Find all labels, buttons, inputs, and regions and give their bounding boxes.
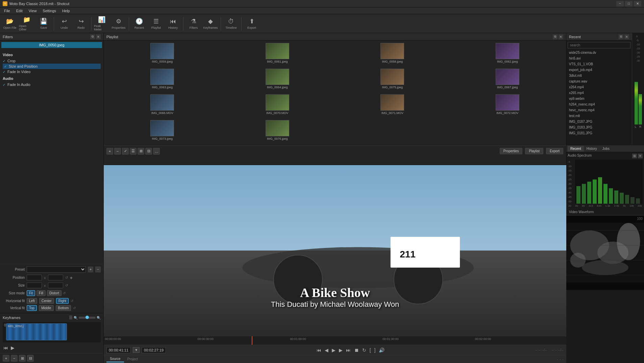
pl-more-btn[interactable]: … xyxy=(153,148,160,155)
save-button[interactable]: 💾 Save xyxy=(36,16,51,32)
preview-skip-start-btn[interactable]: ⏮ xyxy=(316,347,322,354)
pl-list-btn[interactable]: ☰ xyxy=(130,148,137,155)
kf-clip[interactable]: IMG_0050.j xyxy=(6,323,67,340)
pl-detail-btn[interactable]: ⊟ xyxy=(145,148,152,155)
size-mode-fit[interactable]: Fit xyxy=(27,290,35,296)
playlist-item[interactable]: IMG_0066.MOV xyxy=(105,93,220,118)
pl-playlist-btn[interactable]: Playlist xyxy=(525,148,543,154)
right-close-btn[interactable]: ✕ xyxy=(624,35,629,39)
menu-settings[interactable]: Settings xyxy=(40,8,59,14)
recent-item[interactable]: x264.mp4 xyxy=(568,84,630,90)
size-w-input[interactable]: 2013 xyxy=(27,282,42,288)
hfit-reset[interactable]: ↺ xyxy=(71,299,73,303)
playlist-item[interactable]: IMG_0070.MOV xyxy=(220,93,335,118)
recent-item[interactable]: IMG_0181.JPG xyxy=(568,130,630,136)
spectrum-float-btn[interactable]: ⧉ xyxy=(632,154,637,158)
playlist-item[interactable]: IMG_0058.jpeg xyxy=(335,42,450,67)
kf-menu-btn[interactable]: ☰ xyxy=(69,315,73,320)
recent-item[interactable]: wide25-cinema.dv xyxy=(568,50,630,55)
menu-file[interactable]: File xyxy=(1,8,13,14)
playlist-item[interactable]: IMG_0064.jpeg xyxy=(220,68,335,93)
recent-button[interactable]: 🕐 Recent xyxy=(131,16,147,32)
recent-item[interactable]: hevc_nvenc.mp4 xyxy=(568,107,630,113)
right-float-btn[interactable]: ⧉ xyxy=(619,35,623,39)
vfit-bottom[interactable]: Bottom xyxy=(56,305,71,311)
open-other-button[interactable]: 📁 Open Other xyxy=(19,16,34,32)
source-tab[interactable]: Source xyxy=(106,356,124,362)
hfit-right[interactable]: Right xyxy=(56,298,69,304)
playlist-item[interactable]: IMG_0075.jpeg xyxy=(335,68,450,93)
filter-copy-btn[interactable]: ⊞ xyxy=(19,355,26,362)
preset-remove-btn[interactable]: − xyxy=(95,267,101,272)
filter-fade-in-video[interactable]: ✓ Fade In Video xyxy=(3,69,101,74)
keyframes-button[interactable]: ◆ Keyframes xyxy=(203,16,218,32)
recent-item[interactable]: IMG_0187.JPG xyxy=(568,119,630,124)
jobs-tab[interactable]: Jobs xyxy=(600,146,612,152)
properties-button[interactable]: ⚙ Properties xyxy=(111,16,126,32)
preview-volume-btn[interactable]: 🔊 xyxy=(378,347,385,354)
recent-item[interactable]: capture.wav xyxy=(568,78,630,84)
pl-export-btn[interactable]: Export xyxy=(546,148,563,154)
pl-remove-btn[interactable]: − xyxy=(114,148,121,155)
spectrum-close-btn[interactable]: ✕ xyxy=(638,154,643,158)
peak-meter-button[interactable]: 📊 Peak Meter xyxy=(94,16,109,32)
recent-item[interactable]: VTS_01_1.VOB xyxy=(568,61,630,67)
preview-prev-frame-btn[interactable]: ◀ xyxy=(324,347,329,354)
preview-time-input[interactable]: ▼ xyxy=(133,347,140,353)
filter-crop[interactable]: ✓ Crop xyxy=(3,58,101,64)
playlist-item[interactable]: IMG_0071.MOV xyxy=(335,93,450,118)
playlist-item[interactable]: IMG_0062.jpeg xyxy=(450,42,565,67)
preview-next-frame-btn[interactable]: ▶ xyxy=(338,347,343,354)
kf-zoom-handle[interactable] xyxy=(85,316,89,319)
maximize-button[interactable]: □ xyxy=(625,1,633,6)
size-reset-btn[interactable]: ↺ xyxy=(65,283,68,287)
recent-item[interactable]: export_job.mp4 xyxy=(568,67,630,73)
pl-add-btn[interactable]: + xyxy=(106,148,113,155)
undo-button[interactable]: ↩ Undo xyxy=(56,16,72,32)
history-button[interactable]: ⏮ History xyxy=(165,16,181,32)
preview-in-btn[interactable]: [ xyxy=(369,347,372,354)
size-mode-reset[interactable]: ↺ xyxy=(63,290,66,296)
size-mode-distort[interactable]: Distort xyxy=(47,290,61,296)
filter-add-btn[interactable]: + xyxy=(3,355,9,362)
project-tab[interactable]: Project xyxy=(124,356,141,362)
menu-view[interactable]: View xyxy=(26,8,40,14)
playlist-item[interactable]: IMG_0073.jpeg xyxy=(105,119,220,144)
vfit-top[interactable]: Top xyxy=(27,305,37,311)
position-x-input[interactable]: -47 xyxy=(27,275,42,280)
kf-zoom-out-btn[interactable]: 🔍 xyxy=(74,315,78,320)
position-keyframe-btn[interactable]: ◆ xyxy=(70,276,73,279)
filter-size-position[interactable]: ✓ Size and Position xyxy=(3,64,101,69)
close-button[interactable]: ✕ xyxy=(634,1,641,6)
hfit-left[interactable]: Left xyxy=(27,298,37,304)
filters-panel-close-btn[interactable]: ✕ xyxy=(96,35,101,39)
redo-button[interactable]: ↪ Redo xyxy=(73,16,89,32)
playlist-button[interactable]: ☰ Playlist xyxy=(148,16,164,32)
menu-help[interactable]: Help xyxy=(59,8,73,14)
pl-check-btn[interactable]: ✓ xyxy=(122,148,129,155)
vfit-reset[interactable]: ↺ xyxy=(73,306,76,310)
open-file-button[interactable]: 📂 Open File xyxy=(2,16,18,32)
recent-item[interactable]: h264_nvenc.mp4 xyxy=(568,101,630,107)
recent-tab[interactable]: Recent xyxy=(568,146,584,152)
export-button[interactable]: ⬆ Export xyxy=(244,16,259,32)
preview-play-btn[interactable]: ▶ xyxy=(331,347,336,354)
size-mode-fill[interactable]: Fill xyxy=(36,290,46,296)
recent-item[interactable]: hin5.avi xyxy=(568,55,630,61)
size-h-input[interactable]: 1132 xyxy=(48,282,63,288)
playlist-item[interactable]: IMG_0059.jpeg xyxy=(105,42,220,67)
recent-item[interactable]: 3dlut.mlt xyxy=(568,73,630,78)
pl-properties-btn[interactable]: Properties xyxy=(500,148,523,154)
playlist-item[interactable]: IMG_0076.jpeg xyxy=(220,119,335,144)
minimize-button[interactable]: − xyxy=(616,1,624,6)
preview-stop-btn[interactable]: ⏹ xyxy=(353,347,360,354)
recent-item[interactable]: IMG_0183.JPG xyxy=(568,124,630,130)
preview-loop-btn[interactable]: ↻ xyxy=(362,347,367,354)
kf-prev-btn[interactable]: ⏮ xyxy=(3,344,9,351)
filter-paste-btn[interactable]: ⊟ xyxy=(27,355,34,362)
filters-panel-float-btn[interactable]: ⧉ xyxy=(90,35,95,39)
pl-grid-btn[interactable]: ⊞ xyxy=(138,148,144,155)
recent-item[interactable]: test.mlt xyxy=(568,113,630,119)
recent-item[interactable]: x265.mp4 xyxy=(568,90,630,96)
hfit-center[interactable]: Center xyxy=(39,298,54,304)
